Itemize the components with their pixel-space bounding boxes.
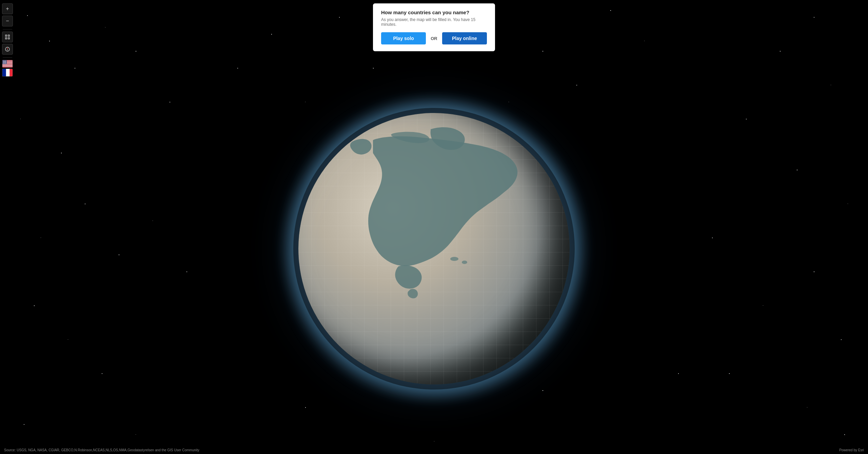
svg-point-28 — [4, 61, 5, 62]
svg-point-33 — [4, 62, 5, 62]
svg-point-25 — [5, 60, 6, 61]
play-solo-button[interactable]: Play solo — [381, 32, 426, 44]
dialog-subtitle: As you answer, the map will be filled in… — [381, 17, 487, 27]
fr-flag-button[interactable] — [2, 69, 13, 77]
source-text: Source: USGS, NGA, NASA, CGIAR, GEBCO,N.… — [4, 448, 199, 452]
svg-rect-16 — [2, 65, 13, 65]
svg-point-40 — [3, 63, 3, 64]
svg-point-22 — [3, 60, 3, 61]
svg-point-41 — [4, 63, 4, 64]
svg-point-49 — [462, 261, 467, 264]
globe[interactable] — [298, 113, 570, 384]
source-bar: Source: USGS, NGA, NASA, CGIAR, GEBCO,N.… — [0, 446, 868, 454]
svg-point-29 — [5, 61, 5, 62]
svg-point-35 — [6, 62, 6, 62]
svg-point-42 — [4, 63, 5, 64]
zoom-in-button[interactable]: + — [2, 3, 13, 14]
svg-rect-20 — [2, 67, 13, 68]
svg-point-39 — [5, 62, 6, 63]
dialog-title: How many countries can you name? — [381, 10, 487, 15]
dialog-buttons: Play solo OR Play online — [381, 32, 487, 44]
us-flag-button[interactable] — [2, 60, 13, 68]
game-dialog: How many countries can you name? As you … — [373, 3, 495, 51]
svg-point-30 — [5, 61, 6, 62]
svg-rect-2 — [5, 38, 7, 39]
svg-point-32 — [4, 62, 4, 62]
svg-point-44 — [6, 63, 6, 64]
svg-point-48 — [450, 257, 458, 261]
powered-by-text: Powered by Esri — [839, 448, 864, 452]
svg-rect-18 — [2, 66, 13, 67]
play-online-button[interactable]: Play online — [442, 32, 487, 44]
svg-point-24 — [4, 60, 5, 61]
toolbar-divider-1 — [3, 29, 12, 30]
svg-point-26 — [6, 60, 6, 61]
svg-rect-0 — [5, 35, 7, 36]
svg-point-27 — [3, 61, 4, 62]
toolbar: + − — [0, 0, 15, 454]
svg-rect-1 — [8, 35, 9, 36]
svg-point-23 — [4, 60, 4, 61]
svg-point-37 — [4, 62, 5, 63]
svg-point-38 — [5, 62, 5, 63]
svg-marker-5 — [7, 48, 8, 49]
svg-rect-17 — [2, 65, 13, 66]
svg-rect-19 — [2, 67, 13, 67]
toolbar-divider-2 — [3, 57, 12, 58]
globe-container[interactable] — [298, 113, 570, 384]
svg-point-43 — [5, 63, 6, 64]
svg-rect-3 — [8, 38, 9, 39]
compass-button[interactable] — [2, 44, 13, 55]
svg-rect-47 — [2, 69, 6, 76]
svg-point-36 — [3, 62, 4, 63]
svg-point-34 — [5, 62, 6, 62]
zoom-extent-button[interactable] — [2, 32, 13, 42]
globe-continents — [298, 113, 570, 384]
zoom-out-button[interactable]: − — [2, 16, 13, 26]
or-separator: OR — [426, 36, 442, 41]
svg-point-31 — [3, 62, 3, 62]
svg-rect-15 — [2, 64, 13, 65]
svg-marker-6 — [7, 49, 8, 51]
